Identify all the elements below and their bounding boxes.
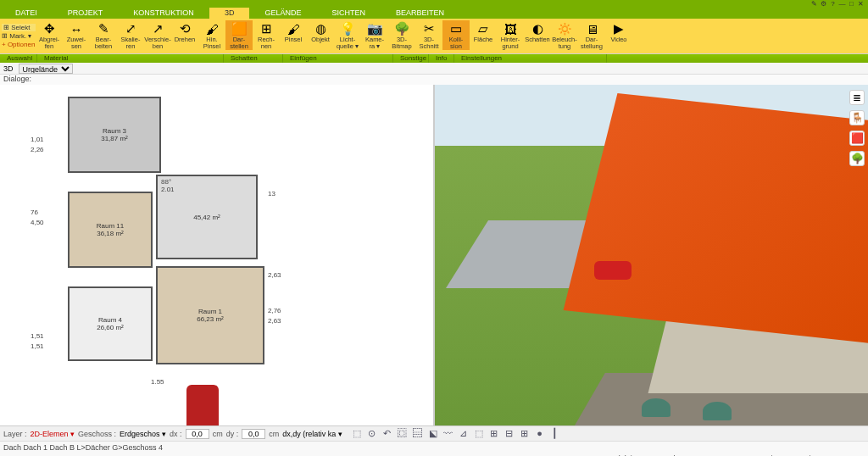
bottom-tool-icon[interactable]: ⬚: [473, 428, 485, 440]
dy-input[interactable]: [242, 429, 265, 439]
room-name: Raum 3: [103, 127, 126, 135]
ribbon-schatten[interactable]: ◐Schatten: [524, 20, 551, 43]
bottom-tool-icon[interactable]: ⊞: [519, 428, 531, 440]
tab-konstruktion[interactable]: KONSTRUKTION: [118, 8, 209, 19]
bottom-tool-icon[interactable]: ●: [534, 428, 546, 440]
pencil-icon[interactable]: ✎: [810, 0, 818, 7]
ribbon-kamera[interactable]: 📷Kame- ra ▾: [361, 20, 388, 50]
bottom-tool-icon[interactable]: ⊟: [504, 428, 515, 440]
bottom-tool-icon[interactable]: ⿳: [412, 428, 424, 440]
group-einfügen: Einfügen: [283, 54, 393, 63]
room-area: 36,18 m²: [97, 230, 124, 237]
group-material: Material: [37, 54, 224, 63]
room[interactable]: Raum 1136,18 m²: [68, 192, 153, 268]
ribbon-label: Licht- quelle ▾: [337, 36, 359, 50]
selekt-button[interactable]: ⊞ Selekt: [2, 24, 36, 31]
view3d-tool-icon[interactable]: 🪑: [849, 110, 865, 125]
ribbon-icon: ⟲: [176, 21, 193, 36]
ribbon-icon: 💡: [339, 21, 356, 36]
ribbon-verschieben[interactable]: ↗Verschie- ben: [144, 20, 171, 50]
ribbon-label: Drehen: [175, 36, 196, 43]
dimension: 2,63: [268, 271, 281, 279]
view3d-tool-icon[interactable]: ≣: [849, 90, 865, 105]
ribbon-dschnitt[interactable]: ✂3D- Schnitt: [415, 20, 442, 50]
minimize-icon[interactable]: —: [838, 0, 846, 7]
room-area: 66,23 m²: [197, 315, 224, 323]
ribbon-hintergrund[interactable]: 🖼Hinter- grund: [497, 20, 524, 50]
ribbon-abgreifen[interactable]: ✥Abgrei- fen: [36, 20, 63, 50]
tab-3d[interactable]: 3D: [209, 8, 250, 19]
coord-mode-select[interactable]: dx,dy (relativ ka ▾: [282, 430, 342, 438]
ribbon-icon: ⤢: [122, 21, 139, 36]
ribbon-darstellen[interactable]: 🟧Dar- stellen: [225, 20, 253, 50]
ribbon-label: Beleuch- tung: [552, 36, 577, 50]
ribbon-kollision[interactable]: ▭Kolli- sion: [442, 20, 470, 50]
optionen-button[interactable]: + Optionen: [2, 41, 36, 48]
ribbon-hinpinsel[interactable]: 🖌Hin. Pinsel: [198, 20, 225, 50]
window-controls: ✎ ⚙ ? — □ ✕: [810, 0, 865, 7]
tab-projekt[interactable]: PROJEKT: [53, 8, 119, 19]
tab-gelände[interactable]: GELÄNDE: [249, 8, 316, 19]
ribbon-label: Schatten: [525, 36, 550, 43]
ribbon-skalieren[interactable]: ⤢Skalie- ren: [117, 20, 144, 50]
bottom-tool-icon[interactable]: ⬕: [427, 428, 439, 440]
ribbon-label: Video: [610, 36, 626, 43]
ribbon-bearbeiten[interactable]: ✎Bear- beiten: [90, 20, 117, 50]
view-2d[interactable]: Raum 166,23 m²Raum 426,60 m²45,42 m²Raum…: [0, 85, 435, 425]
bottom-tool-icon[interactable]: ⬚: [351, 428, 363, 440]
ribbon-icon: 🖼: [502, 21, 519, 36]
ribbon-video[interactable]: ▶Video: [605, 20, 632, 43]
context-dropdown[interactable]: Urgelände: [19, 64, 73, 74]
view3d-tool-icon[interactable]: 🌳: [849, 151, 865, 166]
view3d-tool-icon[interactable]: 🟥: [849, 131, 865, 146]
tab-sichten[interactable]: SICHTEN: [316, 8, 381, 19]
ribbon-flche[interactable]: ▱Fläche: [470, 20, 497, 43]
dx-input[interactable]: [186, 429, 209, 439]
ribbon-beleuchtung[interactable]: 🔅Beleuch- tung: [551, 20, 578, 50]
ribbon-darstellung[interactable]: 🖥Dar- stellung: [578, 20, 605, 50]
group-einstellungen: Einstellungen: [454, 54, 607, 63]
ribbon-rechnen[interactable]: ⊞Rech- nen: [253, 20, 280, 50]
help-icon[interactable]: ?: [829, 0, 837, 7]
ribbon-label: Bear- beiten: [95, 36, 112, 50]
geschoss-select[interactable]: Erdgeschos ▾: [120, 430, 166, 438]
ribbon-group-labels: AuswahlMaterialSchattenEinfügenSonstigeI…: [0, 54, 868, 63]
bottom-tool-icon[interactable]: ┃: [549, 428, 561, 440]
tab-datei[interactable]: DATEI: [0, 8, 53, 19]
dimension: 1,51: [31, 332, 44, 340]
mark-button[interactable]: ⊞ Mark. ▾: [2, 32, 36, 40]
close-icon[interactable]: ✕: [857, 0, 865, 7]
layer-label: Layer :: [3, 430, 27, 438]
ribbon-objekt[interactable]: ◍Objekt: [307, 20, 334, 43]
menubar: DATEIPROJEKTKONSTRUKTION3DGELÄNDESICHTEN…: [0, 7, 868, 19]
tab-bearbeiten[interactable]: BEARBEITEN: [381, 8, 459, 19]
bottom-tool-icon[interactable]: ⊞: [488, 428, 500, 440]
bottom-tool-icon[interactable]: ⿴: [397, 428, 409, 440]
ribbon-pinsel[interactable]: 🖌Pinsel: [280, 20, 307, 43]
ribbon-dbitmap[interactable]: 🌳3D- Bitmap: [388, 20, 415, 50]
maximize-icon[interactable]: □: [848, 0, 855, 7]
layer-select[interactable]: 2D-Elemen ▾: [31, 430, 75, 438]
umbrella-3d-1: [703, 402, 732, 420]
ribbon-icon: ✥: [41, 21, 58, 36]
ribbon-quick: ⊞ Selekt ⊞ Mark. ▾ + Optionen: [0, 19, 36, 53]
room[interactable]: Raum 426,60 m²: [68, 286, 153, 361]
context-3d-label: 3D: [3, 64, 14, 73]
room[interactable]: Raum 166,23 m²: [156, 266, 264, 364]
ribbon-icon: 🌳: [393, 21, 410, 36]
bottom-tool-icon[interactable]: ⊿: [458, 428, 470, 440]
ribbon-zuweisen[interactable]: ↔Zuwei- sen: [63, 20, 90, 50]
view-3d[interactable]: ≣🪑🟥🌳: [435, 85, 868, 425]
ribbon-drehen[interactable]: ⟲Drehen: [171, 20, 198, 43]
bottom-tool-icon[interactable]: ↶: [381, 428, 393, 440]
car-2d: [186, 385, 219, 425]
bottom-tool-icon[interactable]: ⊙: [366, 428, 378, 440]
dy-unit: cm: [269, 430, 279, 438]
ribbon-icon: ▶: [610, 21, 627, 36]
ribbon-lichtquelle[interactable]: 💡Licht- quelle ▾: [334, 20, 361, 50]
room[interactable]: Raum 331,87 m²: [68, 97, 161, 173]
dimension: 2,26: [31, 146, 44, 153]
gear-icon[interactable]: ⚙: [820, 0, 827, 7]
ribbon-icon: ↔: [68, 21, 85, 36]
bottom-tool-icon[interactable]: 〰: [442, 428, 454, 440]
